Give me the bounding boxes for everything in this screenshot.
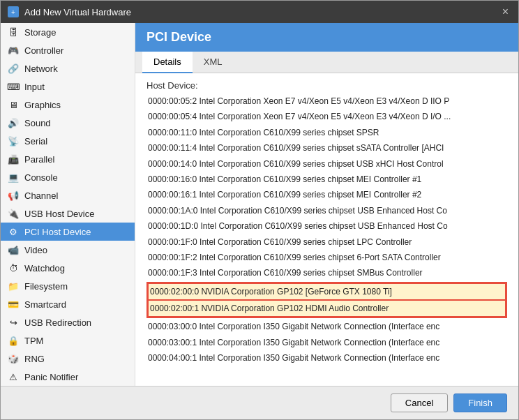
sidebar-label-usb-host: USB Host Device — [24, 209, 94, 219]
sidebar-label-watchdog: Watchdog — [24, 263, 65, 273]
sidebar: 🗄Storage🎮Controller🔗Network⌨Input🖥Graphi… — [1, 23, 135, 386]
footer: Cancel Finish — [1, 386, 518, 419]
sidebar-item-usb-host[interactable]: 🔌USB Host Device — [1, 204, 135, 223]
titlebar-left: + Add New Virtual Hardware — [8, 6, 131, 17]
main-content: 🗄Storage🎮Controller🔗Network⌨Input🖥Graphi… — [1, 23, 518, 386]
graphics-icon: 🖥 — [8, 99, 19, 110]
smartcard-icon: 💳 — [8, 299, 19, 310]
sidebar-label-panic: Panic Notifier — [24, 372, 78, 382]
sidebar-label-input: Input — [24, 82, 45, 92]
cancel-button[interactable]: Cancel — [391, 393, 448, 412]
pci-host-icon: ⚙ — [8, 226, 19, 237]
sidebar-item-usb-redir[interactable]: ↪USB Redirection — [1, 313, 135, 331]
rng-icon: 🎲 — [8, 353, 19, 364]
usb-redir-icon: ↪ — [8, 317, 19, 328]
device-item[interactable]: 0000:00:1F:2 Intel Corporation C610/X99 … — [146, 250, 507, 265]
sidebar-item-rng[interactable]: 🎲RNG — [1, 350, 135, 368]
sidebar-item-video[interactable]: 📹Video — [1, 241, 135, 259]
sidebar-label-serial: Serial — [24, 136, 47, 147]
sidebar-item-watchdog[interactable]: ⏱Watchdog — [1, 259, 135, 277]
input-icon: ⌨ — [8, 81, 19, 92]
sidebar-item-input[interactable]: ⌨Input — [1, 77, 135, 96]
sidebar-label-network: Network — [24, 63, 58, 74]
sidebar-item-sound[interactable]: 🔊Sound — [1, 114, 135, 132]
sidebar-label-pci-host: PCI Host Device — [24, 227, 91, 237]
highlighted-device-group: 0000:02:00:0 NVIDIA Corporation GP102 [G… — [146, 282, 507, 319]
app-icon: + — [8, 6, 19, 17]
sidebar-label-usb-redir: USB Redirection — [24, 317, 91, 328]
panel-header: PCI Device — [135, 23, 518, 52]
controller-icon: 🎮 — [8, 45, 19, 56]
storage-icon: 🗄 — [8, 27, 19, 38]
panic-icon: ⚠ — [8, 371, 19, 382]
device-item[interactable]: 0000:00:05:2 Intel Corporation Xeon E7 v… — [146, 93, 507, 109]
main-panel: PCI Device DetailsXML Host Device: 0000:… — [135, 23, 518, 386]
close-button[interactable]: × — [499, 5, 511, 19]
sidebar-label-rng: RNG — [24, 354, 45, 364]
sidebar-label-parallel: Parallel — [24, 154, 54, 165]
sidebar-item-filesystem[interactable]: 📁Filesystem — [1, 277, 135, 295]
usb-host-icon: 🔌 — [8, 208, 19, 219]
device-item[interactable]: 0000:03:00:0 Intel Corporation I350 Giga… — [146, 319, 507, 334]
device-item[interactable]: 0000:02:00:1 NVIDIA Corporation GP102 HD… — [148, 300, 506, 317]
sidebar-item-panic[interactable]: ⚠Panic Notifier — [1, 368, 135, 386]
device-item[interactable]: 0000:00:1F:3 Intel Corporation C610/X99 … — [146, 265, 507, 280]
sidebar-label-controller: Controller — [24, 45, 63, 56]
sidebar-item-tpm[interactable]: 🔒TPM — [1, 331, 135, 350]
sidebar-item-console[interactable]: 💻Console — [1, 168, 135, 186]
sidebar-item-network[interactable]: 🔗Network — [1, 59, 135, 77]
sidebar-item-channel[interactable]: 📢Channel — [1, 186, 135, 204]
device-item[interactable]: 0000:00:05:4 Intel Corporation Xeon E7 v… — [146, 109, 507, 124]
device-item[interactable]: 0000:00:16:1 Intel Corporation C610/X99 … — [146, 187, 507, 202]
sidebar-item-smartcard[interactable]: 💳Smartcard — [1, 295, 135, 313]
sidebar-item-controller[interactable]: 🎮Controller — [1, 41, 135, 59]
device-item[interactable]: 0000:00:16:0 Intel Corporation C610/X99 … — [146, 172, 507, 187]
sidebar-item-pci-host[interactable]: ⚙PCI Host Device — [1, 223, 135, 241]
sidebar-item-parallel[interactable]: 📠Parallel — [1, 150, 135, 168]
sidebar-label-graphics: Graphics — [24, 100, 61, 110]
device-item[interactable]: 0000:02:00:0 NVIDIA Corporation GP102 [G… — [148, 283, 506, 300]
sidebar-label-tpm: TPM — [24, 336, 43, 346]
device-item[interactable]: 0000:00:1A:0 Intel Corporation C610/X99 … — [146, 203, 507, 218]
network-icon: 🔗 — [8, 63, 19, 74]
sound-icon: 🔊 — [8, 117, 19, 128]
console-icon: 💻 — [8, 172, 19, 183]
dialog-title: Add New Virtual Hardware — [24, 7, 131, 17]
device-item[interactable]: 0000:00:1F:0 Intel Corporation C610/X99 … — [146, 234, 507, 250]
sidebar-label-console: Console — [24, 172, 58, 183]
titlebar: + Add New Virtual Hardware × — [1, 1, 518, 23]
device-item[interactable]: 0000:03:00:1 Intel Corporation I350 Giga… — [146, 335, 507, 350]
device-item[interactable]: 0000:00:11:0 Intel Corporation C610/X99 … — [146, 125, 507, 140]
dialog: + Add New Virtual Hardware × 🗄Storage🎮Co… — [0, 0, 519, 420]
parallel-icon: 📠 — [8, 153, 19, 165]
filesystem-icon: 📁 — [8, 280, 19, 292]
tab-xml[interactable]: XML — [193, 52, 234, 73]
sidebar-item-storage[interactable]: 🗄Storage — [1, 23, 135, 41]
sidebar-label-sound: Sound — [24, 118, 51, 128]
tpm-icon: 🔒 — [8, 335, 19, 346]
channel-icon: 📢 — [8, 190, 19, 201]
finish-button[interactable]: Finish — [453, 393, 507, 412]
tab-details[interactable]: Details — [142, 52, 193, 73]
device-list: 0000:00:05:2 Intel Corporation Xeon E7 v… — [146, 93, 507, 366]
device-item[interactable]: 0000:00:1D:0 Intel Corporation C610/X99 … — [146, 218, 507, 234]
sidebar-label-filesystem: Filesystem — [24, 281, 68, 292]
device-item[interactable]: 0000:00:11:4 Intel Corporation C610/X99 … — [146, 140, 507, 156]
serial-icon: 📡 — [8, 135, 19, 147]
sidebar-item-graphics[interactable]: 🖥Graphics — [1, 96, 135, 114]
sidebar-label-smartcard: Smartcard — [24, 299, 66, 310]
sidebar-label-storage: Storage — [24, 27, 57, 38]
device-item[interactable]: 0000:04:00:1 Intel Corporation I350 Giga… — [146, 350, 507, 366]
sidebar-item-serial[interactable]: 📡Serial — [1, 132, 135, 150]
sidebar-label-channel: Channel — [24, 190, 58, 201]
host-device-label: Host Device: — [146, 80, 507, 91]
watchdog-icon: ⏱ — [8, 262, 19, 273]
device-item[interactable]: 0000:00:14:0 Intel Corporation C610/X99 … — [146, 156, 507, 172]
tabs-bar: DetailsXML — [135, 52, 518, 73]
video-icon: 📹 — [8, 244, 19, 255]
sidebar-label-video: Video — [24, 245, 47, 255]
panel-content: Host Device: 0000:00:05:2 Intel Corporat… — [135, 73, 518, 386]
